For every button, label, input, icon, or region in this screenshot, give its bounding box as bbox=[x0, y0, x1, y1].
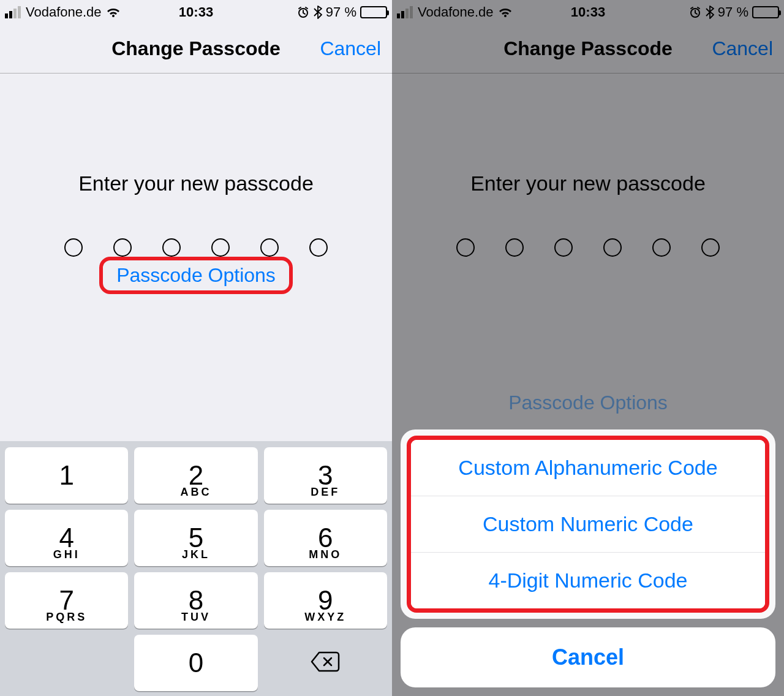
key-letters: DEF bbox=[311, 486, 340, 499]
option-custom-numeric[interactable]: Custom Numeric Code bbox=[411, 496, 765, 553]
passcode-dot bbox=[260, 238, 279, 257]
keypad-key-1[interactable]: 1 bbox=[5, 447, 128, 504]
key-letters: GHI bbox=[53, 548, 80, 561]
page-title: Change Passcode bbox=[111, 37, 281, 60]
keypad-key-3[interactable]: 3 DEF bbox=[264, 447, 387, 504]
key-letters: WXYZ bbox=[304, 611, 346, 624]
key-number: 8 bbox=[189, 587, 203, 614]
key-number: 5 bbox=[189, 524, 203, 551]
action-sheet: Custom Alphanumeric Code Custom Numeric … bbox=[401, 429, 775, 687]
key-letters: JKL bbox=[182, 548, 210, 561]
option-custom-alphanumeric[interactable]: Custom Alphanumeric Code bbox=[411, 440, 765, 496]
backspace-icon bbox=[309, 650, 341, 676]
passcode-dot bbox=[64, 238, 83, 257]
passcode-dot bbox=[162, 238, 181, 257]
bluetooth-icon bbox=[314, 6, 322, 19]
action-sheet-group: Custom Alphanumeric Code Custom Numeric … bbox=[401, 429, 775, 619]
keypad-key-9[interactable]: 9 WXYZ bbox=[264, 572, 387, 629]
keypad-key-6[interactable]: 6 MNO bbox=[264, 510, 387, 566]
passcode-dot bbox=[211, 238, 230, 257]
nav-bar: Change Passcode Cancel bbox=[0, 25, 392, 74]
carrier-label: Vodafone.de bbox=[26, 4, 102, 20]
key-number: 9 bbox=[318, 587, 333, 614]
key-number: 0 bbox=[189, 649, 203, 676]
status-bar: Vodafone.de 10:33 97 % bbox=[0, 0, 392, 25]
keypad-key-4[interactable]: 4 GHI bbox=[5, 510, 128, 566]
key-number: 4 bbox=[59, 524, 74, 551]
alarm-icon bbox=[296, 6, 310, 19]
passcode-options-button[interactable]: Passcode Options bbox=[116, 264, 276, 286]
battery-pct: 97 % bbox=[326, 4, 356, 20]
passcode-dot bbox=[113, 238, 132, 257]
key-number: 2 bbox=[189, 462, 203, 489]
clock: 10:33 bbox=[179, 4, 213, 20]
passcode-dot bbox=[309, 238, 328, 257]
keypad-key-7[interactable]: 7 PQRS bbox=[5, 572, 128, 629]
option-4-digit-numeric[interactable]: 4-Digit Numeric Code bbox=[411, 553, 765, 608]
numeric-keypad: 1 2 ABC 3 DEF 4 GHI 5 J bbox=[0, 441, 392, 696]
key-letters: TUV bbox=[181, 611, 211, 624]
keypad-key-8[interactable]: 8 TUV bbox=[134, 572, 257, 629]
keypad-key-0[interactable]: 0 bbox=[134, 635, 257, 691]
highlight-annotation: Custom Alphanumeric Code Custom Numeric … bbox=[407, 436, 769, 613]
highlight-annotation: Passcode Options bbox=[99, 257, 293, 294]
action-sheet-cancel[interactable]: Cancel bbox=[401, 627, 775, 687]
keypad-key-5[interactable]: 5 JKL bbox=[134, 510, 257, 566]
key-number: 7 bbox=[59, 587, 74, 614]
battery-icon bbox=[360, 6, 387, 18]
cancel-button[interactable]: Cancel bbox=[320, 37, 381, 60]
key-number: 3 bbox=[318, 462, 333, 489]
passcode-prompt: Enter your new passcode bbox=[78, 172, 314, 195]
keypad-key-2[interactable]: 2 ABC bbox=[134, 447, 257, 504]
key-letters: ABC bbox=[180, 486, 211, 499]
key-letters: MNO bbox=[309, 548, 342, 561]
key-letters: PQRS bbox=[46, 611, 87, 624]
keypad-backspace[interactable] bbox=[264, 635, 387, 691]
wifi-icon bbox=[105, 6, 121, 18]
signal-icon bbox=[5, 6, 21, 18]
passcode-dots bbox=[64, 238, 328, 257]
key-number: 6 bbox=[318, 524, 333, 551]
keypad-blank bbox=[5, 635, 128, 691]
key-number: 1 bbox=[59, 462, 74, 489]
